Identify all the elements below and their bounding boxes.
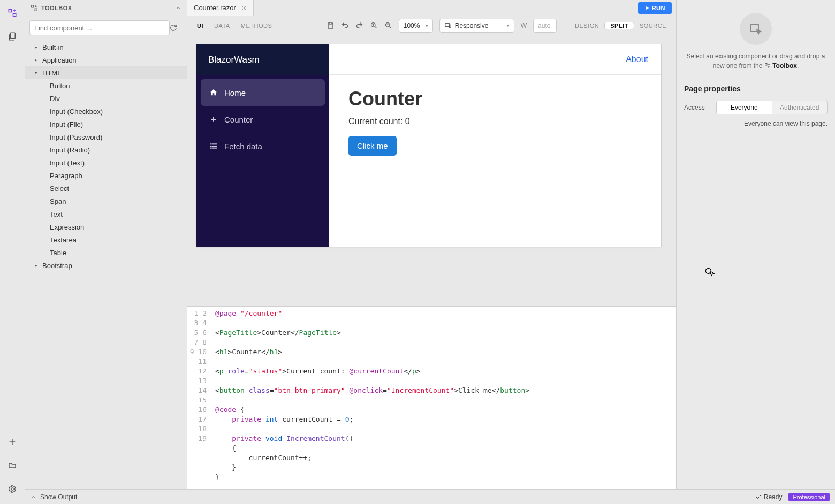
tree-item-input-file-[interactable]: Input (File) <box>25 118 187 131</box>
tree-item-button[interactable]: Button <box>25 79 187 92</box>
run-label: RUN <box>652 5 665 11</box>
toolbar-icons: 100% ▾ Responsive ▾ W auto DESIGNSPLITSO… <box>327 19 672 33</box>
tree-group-application[interactable]: ▸Application <box>25 54 187 66</box>
rail-folder-button[interactable] <box>4 457 21 474</box>
tree-group-html[interactable]: ▾HTML <box>25 66 187 79</box>
tree-item-input-checkbox-[interactable]: Input (Checkbox) <box>25 105 187 118</box>
tree-group-bootstrap[interactable]: ▸Bootstrap <box>25 259 187 272</box>
nav-item-fetch-data[interactable]: Fetch data <box>201 133 325 159</box>
run-button[interactable]: RUN <box>638 2 672 14</box>
width-value: auto <box>538 22 550 29</box>
design-canvas[interactable]: BlazorWasm HomeCounterFetch data About C… <box>187 35 676 306</box>
toolbox-collapse-button[interactable] <box>175 5 181 11</box>
toolbox-inline-icon <box>764 63 771 69</box>
click-me-button[interactable]: Click me <box>348 136 397 156</box>
tree-item-input-password-[interactable]: Input (Password) <box>25 131 187 143</box>
access-segment: EveryoneAuthenticated <box>716 101 828 114</box>
svg-rect-37 <box>765 64 767 66</box>
preview-frame: BlazorWasm HomeCounterFetch data About C… <box>196 44 662 247</box>
list-icon <box>209 142 218 150</box>
access-option-authenticated[interactable]: Authenticated <box>772 101 828 114</box>
tree-item-div[interactable]: Div <box>25 92 187 105</box>
svg-rect-0 <box>9 9 11 12</box>
zoom-value: 100% <box>404 22 420 29</box>
svg-point-7 <box>11 488 13 490</box>
select-component-icon <box>749 22 762 35</box>
plus-icon <box>209 115 218 124</box>
svg-rect-34 <box>210 148 212 149</box>
rail-settings-button[interactable] <box>4 480 21 498</box>
view-split[interactable]: SPLIT <box>604 22 634 29</box>
access-label: Access <box>684 104 716 111</box>
rail-add-button[interactable] <box>4 433 21 450</box>
view-design[interactable]: DESIGN <box>570 22 604 29</box>
svg-rect-18 <box>329 22 332 24</box>
svg-rect-30 <box>210 143 212 144</box>
tree-item-text[interactable]: Text <box>25 208 187 220</box>
line-gutter: 1 2 3 4 5 6 7 8 9 10 11 12 13 14 15 16 1… <box>187 307 211 504</box>
width-input[interactable]: auto <box>533 19 557 33</box>
nav-item-home[interactable]: Home <box>201 79 325 106</box>
tree-item-table[interactable]: Table <box>25 246 187 259</box>
svg-rect-4 <box>10 33 15 39</box>
undo-button[interactable] <box>341 21 349 29</box>
refresh-button[interactable] <box>170 24 183 32</box>
gear-icon <box>8 485 17 493</box>
preview-heading: Counter <box>348 88 642 110</box>
zoom-out-button[interactable] <box>384 21 392 29</box>
close-tab-button[interactable] <box>241 5 247 11</box>
refresh-icon <box>170 24 177 32</box>
redo-button[interactable] <box>355 21 363 29</box>
code-editor[interactable]: 1 2 3 4 5 6 7 8 9 10 11 12 13 14 15 16 1… <box>187 306 676 504</box>
canvas-area: BlazorWasm HomeCounterFetch data About C… <box>187 35 676 504</box>
svg-rect-9 <box>35 9 37 11</box>
tree-item-span[interactable]: Span <box>25 195 187 208</box>
responsive-dropdown[interactable]: Responsive ▾ <box>439 19 514 33</box>
about-link[interactable]: About <box>626 55 648 64</box>
tree-group-built-in[interactable]: ▸Built-in <box>25 41 187 54</box>
tree-item-select[interactable]: Select <box>25 182 187 195</box>
rail-toolbox-button[interactable] <box>4 4 21 21</box>
svg-rect-33 <box>212 146 217 147</box>
code-content[interactable]: @page "/counter" <PageTitle>Counter</Pag… <box>211 307 676 504</box>
play-icon <box>644 5 650 11</box>
zoom-in-button[interactable] <box>370 21 378 29</box>
component-tree: ▸Built-in▸Application▾HTMLButtonDivInput… <box>25 40 187 488</box>
status-ready: Ready <box>755 493 783 501</box>
responsive-label: Responsive <box>455 22 489 29</box>
show-output-button[interactable]: Show Output <box>31 493 77 501</box>
save-icon <box>327 21 335 29</box>
tree-item-expression[interactable]: Expression <box>25 220 187 233</box>
tab-ui[interactable]: UI <box>192 20 209 32</box>
preview-topbar: About <box>329 44 661 75</box>
nav-item-counter[interactable]: Counter <box>201 106 325 133</box>
toolbox-title: TOOLBOX <box>41 5 72 11</box>
zoom-dropdown[interactable]: 100% ▾ <box>399 19 433 33</box>
rail-explorer-button[interactable] <box>4 28 21 45</box>
svg-rect-31 <box>212 143 217 144</box>
access-option-everyone[interactable]: Everyone <box>717 101 772 114</box>
primary-tab-group: UIDATAMETHODS <box>192 20 277 32</box>
tab-methods[interactable]: METHODS <box>236 20 278 32</box>
access-note: Everyone can view this page. <box>684 120 828 127</box>
tab-data[interactable]: DATA <box>209 20 236 32</box>
preview-nav: HomeCounterFetch data <box>196 75 329 164</box>
toolbox-search-row <box>25 16 187 40</box>
chevron-down-icon: ▾ <box>507 23 510 28</box>
save-button[interactable] <box>327 21 335 29</box>
tree-item-textarea[interactable]: Textarea <box>25 233 187 246</box>
svg-rect-8 <box>32 5 34 7</box>
tree-item-input-radio-[interactable]: Input (Radio) <box>25 143 187 156</box>
preview-content: Counter Current count: 0 Click me <box>329 75 661 169</box>
svg-line-20 <box>375 26 376 28</box>
device-icon <box>444 22 452 29</box>
svg-line-24 <box>389 26 391 28</box>
close-icon <box>241 5 247 11</box>
tree-item-input-text-[interactable]: Input (Text) <box>25 156 187 169</box>
tree-item-paragraph[interactable]: Paragraph <box>25 169 187 182</box>
search-input[interactable] <box>29 20 170 35</box>
check-icon <box>755 494 762 500</box>
empty-state-icon-circle <box>740 13 772 45</box>
file-tab[interactable]: Counter.razor <box>187 0 254 16</box>
view-source[interactable]: SOURCE <box>634 22 672 29</box>
